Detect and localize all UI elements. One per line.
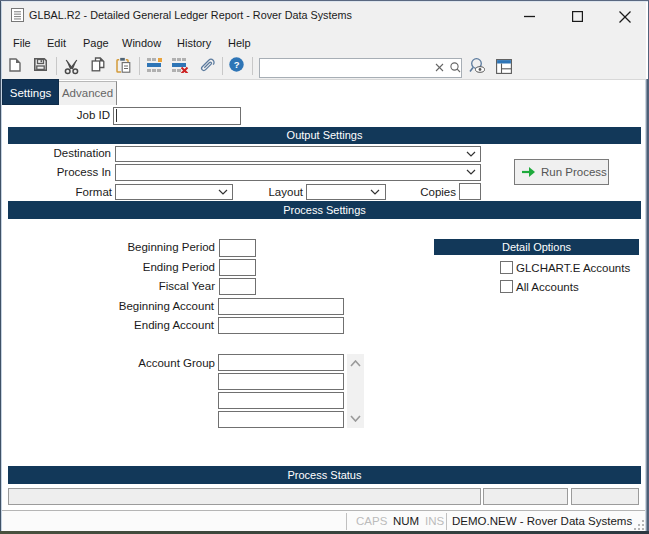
svg-text:?: ?: [234, 59, 240, 70]
